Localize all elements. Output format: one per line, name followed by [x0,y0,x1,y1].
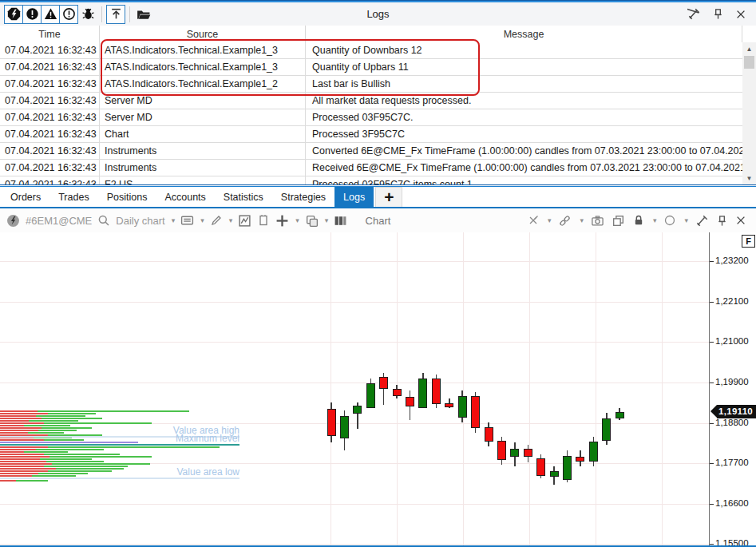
search-icon[interactable] [97,214,110,227]
poc-purple-line [0,442,138,443]
info-filter-button[interactable] [59,5,78,24]
pin-icon[interactable] [712,8,724,20]
chevron-down-icon[interactable]: ▾ [200,216,204,224]
layout-windows-icon[interactable] [305,214,319,228]
table-row[interactable]: 07.04.2021 16:32:43InstrumentsReceived 6… [0,160,756,176]
duplicate-chart-icon[interactable] [612,214,625,228]
tab-positions[interactable]: Positions [98,187,156,207]
candle-up [589,442,598,462]
indicators-icon[interactable] [238,214,251,228]
info-icon [62,7,76,21]
volume-profile-buy-bar [52,463,150,465]
chart-type-icon[interactable] [180,214,194,228]
toolbar-separator [129,6,130,22]
screenshot-camera-icon[interactable] [591,214,604,228]
scroll-up-arrow-icon[interactable]: ▲ [742,42,756,55]
axis-tick-label: 1,18800 [715,418,749,427]
volume-profile-sell-bar [0,454,44,455]
open-log-folder-button[interactable] [134,5,153,24]
tab-logs[interactable]: Logs [334,187,374,207]
chevron-down-icon[interactable]: ▾ [653,216,657,224]
column-header-time[interactable]: Time [0,26,100,42]
chevron-down-icon[interactable]: ▾ [229,216,233,224]
chart-toolbar-right: ▾ ▾ ▾ ▾ [527,214,756,228]
price-axis[interactable]: F 1,232001,221001,210001,199001,188001,1… [709,232,756,545]
export-log-button[interactable] [106,5,125,24]
clear-drawings-icon[interactable] [695,214,709,228]
atas-chart-logo-icon[interactable] [6,214,20,228]
fullscreen-button[interactable]: F [742,235,755,248]
candle-down [327,409,336,437]
add-indicator-icon[interactable] [275,214,289,228]
column-header-source[interactable]: Source [100,26,306,42]
price-badge-value: 1,19110 [717,405,756,418]
close-icon[interactable] [735,9,746,20]
table-row[interactable]: 07.04.2021 16:32:43ATAS.Indicators.Techn… [0,42,756,59]
lock-icon[interactable] [632,214,645,227]
errors-filter-button[interactable] [22,5,42,24]
period-selector[interactable]: Daily chart [116,215,164,227]
tab-accounts[interactable]: Accounts [156,187,214,207]
dom-grid-icon[interactable] [334,214,347,228]
drawing-tools-icon[interactable] [210,214,223,227]
scrollbar-thumb[interactable] [744,56,754,69]
table-row[interactable]: 07.04.2021 16:32:43ATAS.Indicators.Techn… [0,76,756,93]
table-row[interactable]: 07.04.2021 16:32:43F2 USProcessed 03F95C… [0,176,756,184]
table-row[interactable]: 07.04.2021 16:32:43ATAS.Indicators.Techn… [0,59,756,76]
table-row[interactable]: 07.04.2021 16:32:43Server MDAll market d… [0,93,756,109]
candle-down [432,379,441,404]
chevron-down-icon[interactable]: ▾ [295,216,299,224]
cell-message: Last bar is Bullish [306,76,756,92]
candle-down [445,403,453,407]
axis-tick-label: 1,23200 [715,256,749,265]
volume-profile-buy-bar [48,413,96,414]
templates-icon[interactable] [257,214,270,227]
current-price-badge: 1,19110 [710,405,756,418]
pin-icon[interactable] [716,215,728,227]
cell-message: Processed 3F95C7C [306,126,756,142]
axis-tick-label: 1,16600 [715,498,749,508]
cell-message: Received 6E@CME_Fx TimeFrame (1.00:00:00… [306,160,756,176]
table-row[interactable]: 07.04.2021 16:32:43ChartProcessed 3F95C7… [0,126,756,143]
volume-profile-sell-bar [0,415,36,417]
chevron-down-icon[interactable]: ▾ [684,216,688,224]
cell-source: F2 US [100,176,306,184]
theme-circle-icon[interactable] [663,214,676,227]
clear-log-icon[interactable] [687,7,701,21]
logs-titlebar-actions [687,7,756,21]
horizontal-gridline [0,383,709,383]
add-tab-button[interactable]: + [375,187,402,207]
volume-profile-row [0,480,48,482]
panel-tabbar: OrdersTradesPositionsAccountsStatisticsS… [0,187,756,207]
volume-profile-sell-bar [0,449,36,450]
instrument-selector[interactable]: #6EM1@CME [26,215,92,227]
column-header-message[interactable]: Message [306,26,742,42]
chevron-down-icon[interactable]: ▾ [325,216,329,224]
volume-profile-buy-bar [44,466,128,467]
close-icon[interactable] [735,215,746,226]
table-row[interactable]: 07.04.2021 16:32:43Server MDProcessed 03… [0,109,756,126]
candle-down [406,397,414,406]
table-row[interactable]: 07.04.2021 16:32:43InstrumentsConverted … [0,143,756,160]
chevron-down-icon[interactable]: ▾ [172,216,176,224]
tab-orders[interactable]: Orders [2,187,49,207]
volume-profile-sell-bar [0,430,38,431]
tab-statistics[interactable]: Statistics [215,187,272,207]
header-scrollbar-spacer [742,26,756,42]
log-vertical-scrollbar[interactable]: ▲ ▼ [742,42,756,184]
chevron-down-icon[interactable]: ▾ [580,216,584,224]
chart-pane[interactable]: F 1,232001,221001,210001,199001,188001,1… [0,232,756,545]
warnings-filter-button[interactable] [41,5,60,24]
atas-logo-button[interactable] [4,5,23,24]
warning-icon [44,7,57,21]
candle-up [418,379,427,408]
debug-filter-button[interactable] [78,5,97,24]
tab-strategies[interactable]: Strategies [272,187,334,207]
volume-profile-sell-bar [0,432,28,434]
chevron-down-icon[interactable]: ▾ [548,216,552,224]
tab-trades[interactable]: Trades [49,187,97,207]
cell-message: Converted 6E@CME_Fx TimeFrame (1.00:00:0… [306,143,756,159]
crosshair-off-icon[interactable] [527,214,540,227]
link-icon[interactable] [558,214,572,228]
scroll-down-arrow-icon[interactable]: ▼ [742,172,756,184]
